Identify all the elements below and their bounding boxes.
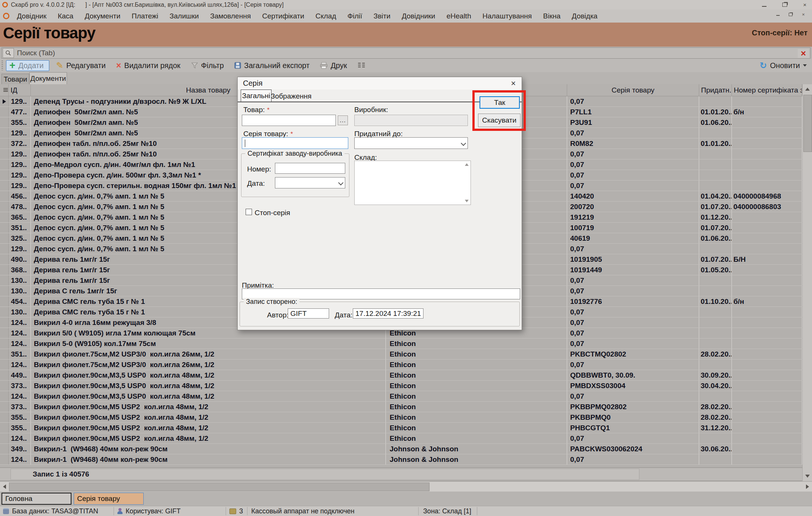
cell-id: 449.. <box>9 370 31 380</box>
menu-item-2[interactable]: Каса <box>58 12 73 20</box>
menu-item-14[interactable]: Вікна <box>543 12 560 20</box>
cell-producer: Ethicon <box>386 391 567 401</box>
vertical-scroll-thumb[interactable] <box>803 95 812 152</box>
menu-item-4[interactable]: Платежі <box>132 12 158 20</box>
chevron-down-icon[interactable] <box>338 180 343 185</box>
vertical-scrollbar[interactable] <box>802 84 812 481</box>
cell-id: 130.. <box>9 275 31 285</box>
menu-item-3[interactable]: Документи <box>85 12 120 20</box>
bottom-tab-holovna[interactable]: Головна <box>2 493 71 505</box>
cancel-button[interactable]: Скасувати <box>478 114 521 127</box>
edit-button[interactable]: ✎ Редагувати <box>56 61 106 71</box>
scroll-left-icon[interactable] <box>0 482 9 492</box>
table-row[interactable]: 351..Викрил фиолет.75см,М2 USP3/0 кол.иг… <box>0 349 802 360</box>
menu-item-13[interactable]: Налаштування <box>483 12 532 20</box>
column-header-1[interactable]: ІД <box>9 84 31 96</box>
cell-certificate <box>732 360 802 370</box>
scroll-up-icon[interactable] <box>803 84 812 94</box>
stock-textarea[interactable] <box>354 161 471 205</box>
menu-item-7[interactable]: Сертифікати <box>262 12 304 20</box>
column-header-5[interactable]: Придатн... <box>699 84 732 96</box>
rows-icon <box>3 88 8 93</box>
table-row[interactable]: 349..Викрил-1 (W9468) 40мм кол-реж 90смJ… <box>0 444 802 454</box>
chevron-down-icon[interactable] <box>461 140 466 146</box>
tab-dokumenty[interactable]: Документи <box>29 72 67 84</box>
table-row[interactable]: 373..Викрил фиолет.90см,М5 USP2 кол.игла… <box>0 402 802 412</box>
scroll-down-icon[interactable] <box>465 200 469 202</box>
menu-item-10[interactable]: Звіти <box>373 12 390 20</box>
menu-item-11[interactable]: Довідники <box>402 12 435 20</box>
toolbar: + Додати ✎ Редагувати × Видалити рядок Ф… <box>0 59 812 72</box>
cell-id: 124.. <box>9 328 31 338</box>
cell-valid-until: 01.12.20.. <box>699 212 732 222</box>
cert-number-input[interactable] <box>275 163 345 174</box>
horizontal-scrollbar[interactable] <box>0 482 812 492</box>
scroll-right-icon[interactable] <box>803 482 812 492</box>
row-selector-cell <box>0 370 9 380</box>
table-row[interactable]: 124..Викрил-1 (W9468) 40мм кол-реж 90смJ… <box>0 454 802 465</box>
column-header-6[interactable]: Номер сертифіката за <box>732 84 802 96</box>
product-lookup-button[interactable]: ... <box>338 115 348 125</box>
ok-button[interactable]: Так <box>480 96 520 109</box>
menu-item-8[interactable]: Склад <box>316 12 336 20</box>
table-row[interactable]: 355..Викрил фиолет.90см,М5 USP2 кол.игла… <box>0 412 802 423</box>
product-input[interactable] <box>242 115 336 126</box>
status-separator <box>226 507 226 515</box>
dialog-close-icon[interactable]: × <box>505 77 522 90</box>
restore-button[interactable] <box>780 2 789 8</box>
app-menu-icon[interactable] <box>3 13 9 19</box>
horizontal-scroll-thumb[interactable] <box>9 483 430 491</box>
filter-button[interactable]: Фільтр <box>191 61 224 70</box>
table-row[interactable]: 355..Викрил фиолет.90см,М5 USP2 кол.игла… <box>0 423 802 433</box>
cell-series: PKBBPMQ0 <box>567 412 699 422</box>
table-row[interactable]: 449..Викрил фиолет.90см,М3,5 USP0 кол.иг… <box>0 370 802 381</box>
mdi-restore-button[interactable] <box>787 12 794 17</box>
table-row[interactable]: 124..Викрил фиолет.90см,М3,5 USP0 кол.иг… <box>0 391 802 402</box>
scroll-down-icon[interactable] <box>803 471 812 481</box>
search-icon[interactable] <box>3 48 14 58</box>
search-input[interactable]: Поиск (Tab) × <box>2 47 810 59</box>
column-header-0[interactable] <box>0 84 9 96</box>
bottom-tab-seriya-tovaru[interactable]: Серія товару <box>74 493 144 505</box>
cell-id: 129.. <box>9 96 31 106</box>
menu-item-1[interactable]: Довідник <box>17 12 46 20</box>
cell-producer: Johnson & Johnson <box>386 454 567 464</box>
menu-item-12[interactable]: eHealth <box>446 12 471 20</box>
table-row[interactable]: 124..Викрил фиолет.75см,М2 USP3/0 кол.иг… <box>0 360 802 370</box>
minimize-button[interactable] <box>759 2 769 8</box>
valid-until-combobox[interactable] <box>354 137 468 149</box>
menu-item-5[interactable]: Залишки <box>170 12 199 20</box>
scroll-up-icon[interactable] <box>465 163 469 166</box>
column-header-4[interactable]: Серія товару <box>567 84 699 96</box>
table-row[interactable]: 124..Викрил фиолет.90см,М5 USP2 кол.игла… <box>0 433 802 444</box>
close-button[interactable]: × <box>800 2 810 8</box>
menu-item-9[interactable]: Філії <box>348 12 362 20</box>
stop-series-checkbox[interactable] <box>246 209 252 215</box>
search-clear-icon[interactable]: × <box>798 49 809 58</box>
export-button[interactable]: Загальний експорт <box>234 61 310 70</box>
series-input[interactable] <box>242 137 348 149</box>
cell-valid-until <box>699 159 732 170</box>
refresh-button[interactable]: ↻ Оновити <box>760 61 807 71</box>
table-row[interactable]: 373..Викрил фиолет.90см,М3,5 USP0 кол.иг… <box>0 381 802 391</box>
refresh-dropdown-icon[interactable] <box>803 64 807 67</box>
columns-button[interactable] <box>357 62 366 69</box>
dialog-tab-zobrazhennia[interactable]: Зображення <box>271 91 311 102</box>
tab-tovary[interactable]: Товари <box>2 74 29 84</box>
cell-producer: Ethicon <box>386 433 567 443</box>
cell-producer: Johnson & Johnson <box>386 444 567 454</box>
row-selector-cell <box>0 402 9 412</box>
dialog-tab-zahalni[interactable]: Загальні <box>241 90 272 102</box>
mdi-minimize-button[interactable] <box>774 12 781 17</box>
add-button[interactable]: + Додати <box>6 60 49 71</box>
cell-name: Викрил фиолет.90см,М5 USP2 кол.игла 48мм… <box>31 433 386 443</box>
delete-row-button[interactable]: × Видалити рядок <box>116 61 181 71</box>
mdi-close-button[interactable]: × <box>800 12 807 17</box>
toolbar-grip[interactable] <box>2 61 3 70</box>
cell-name: Викрил 5-0 (W9105) кол.17мм 75см <box>31 338 386 349</box>
menu-item-6[interactable]: Замовлення <box>210 12 251 20</box>
menu-item-15[interactable]: Довідка <box>572 12 597 20</box>
cert-date-combobox[interactable] <box>275 177 345 188</box>
table-row[interactable]: 124..Викрил 5-0 (W9105) кол.17мм 75смEth… <box>0 338 802 349</box>
print-button[interactable]: Друк <box>320 61 347 70</box>
